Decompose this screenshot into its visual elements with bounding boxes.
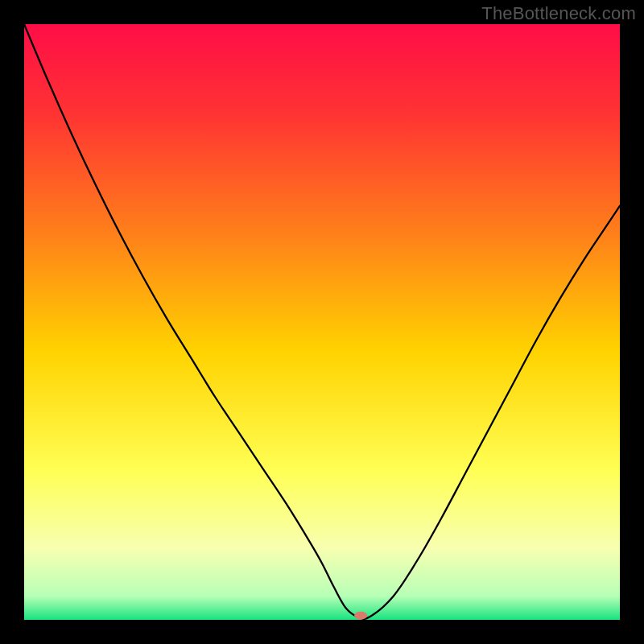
optimum-marker [354,612,367,620]
plot-area [24,24,620,620]
chart-frame: TheBottleneck.com [0,0,644,644]
watermark-text: TheBottleneck.com [481,3,636,24]
plot-svg [24,24,620,620]
gradient-background [24,24,620,620]
